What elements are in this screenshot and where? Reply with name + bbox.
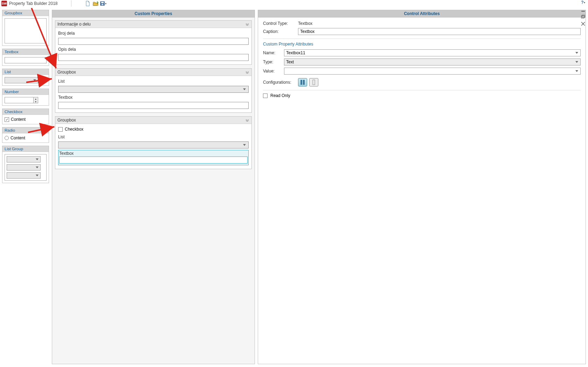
toolbox-number[interactable]: Number ▲▼ [2, 89, 49, 106]
toolbox-checkbox-header: Checkbox [2, 109, 49, 115]
field-label-list-g2: List [58, 78, 249, 84]
name-combo-value: Textbox11 [286, 50, 305, 55]
toolbox-listgroup[interactable]: List Group [2, 146, 49, 183]
collapse-icon[interactable] [245, 70, 249, 74]
groupbox-info-header: Informacije o delu [57, 22, 91, 27]
app-title: Property Tab Builder 2018 [9, 1, 58, 6]
toolbox-radio[interactable]: Radio Content [2, 127, 49, 143]
divider [263, 90, 581, 90]
number-preview: ▲▼ [5, 97, 38, 103]
value-label: Value: [263, 69, 281, 74]
svg-rect-7 [303, 80, 305, 85]
type-label: Type: [263, 60, 281, 64]
selected-textbox-control[interactable]: Textbox [58, 150, 249, 165]
textbox-preview [5, 57, 47, 63]
groupbox-3[interactable]: Groupbox Checkbox List Textbo [55, 116, 252, 169]
field-checkbox-g3[interactable]: Checkbox [58, 126, 249, 132]
checkbox-preview: ✓ Content [5, 117, 47, 122]
title-bar: SW Property Tab Builder 2018 ▾ ?▾ [0, 0, 588, 7]
svg-rect-4 [581, 16, 584, 18]
save-icon[interactable]: ▾ [100, 0, 106, 7]
config-this-button[interactable] [309, 78, 318, 86]
type-combo[interactable]: Text [284, 58, 581, 65]
toolbox-panel: Groupbox Textbox List Number ▲▼ Checkbox [2, 10, 49, 364]
toolbox-groupbox[interactable]: Groupbox [2, 10, 49, 46]
field-input-opisdela[interactable] [58, 54, 249, 61]
help-icon[interactable]: ?▾ [580, 0, 586, 5]
toolbox-radio-header: Radio [2, 127, 49, 133]
field-input-textbox-g2[interactable] [58, 102, 249, 109]
custom-property-attrs-title: Custom Property Attributes [263, 42, 581, 47]
toolbox-textbox-header: Textbox [2, 49, 49, 55]
divider [263, 39, 581, 39]
listgroup-preview [5, 154, 47, 181]
collapse-icon[interactable] [245, 118, 249, 122]
toolbox-list-header: List [2, 69, 49, 75]
config-all-button[interactable] [298, 78, 307, 86]
svg-rect-3 [581, 11, 585, 12]
selected-textbox-input[interactable] [59, 157, 248, 164]
toolbox-groupbox-header: Groupbox [2, 10, 49, 16]
name-combo[interactable]: Textbox11 [284, 49, 581, 56]
groupbox-2[interactable]: Groupbox List Textbox [55, 68, 252, 113]
control-attributes-title: Control Attributes [258, 10, 586, 18]
selected-textbox-label: Textbox [59, 150, 248, 157]
separator [71, 0, 71, 7]
minimize-icon[interactable] [580, 8, 586, 12]
caption-label: Caption: [263, 29, 295, 34]
open-file-icon[interactable] [92, 0, 99, 7]
value-combo[interactable] [284, 68, 581, 75]
svg-rect-8 [313, 80, 315, 85]
radio-preview: Content [5, 136, 47, 140]
control-type-label: Control Type: [263, 21, 295, 26]
svg-rect-6 [300, 80, 302, 85]
toolbox-list[interactable]: List [2, 69, 49, 86]
field-label-brojdela: Broj dela [58, 30, 249, 36]
field-label-opisdela: Opis dela [58, 46, 249, 53]
control-attributes-panel: Control Attributes Control Type: Textbox… [258, 10, 586, 364]
field-dropdown-list-g3[interactable] [58, 141, 249, 148]
toolbox-checkbox[interactable]: Checkbox ✓ Content [2, 109, 49, 124]
svg-rect-5 [582, 15, 585, 18]
groupbox-preview [5, 18, 47, 43]
configurations-label: Configurations: [263, 80, 295, 85]
toolbox-number-header: Number [2, 89, 49, 95]
readonly-label: Read Only [270, 93, 290, 98]
app-icon: SW [1, 1, 7, 6]
groupbox-info[interactable]: Informacije o delu Broj dela Opis dela [55, 20, 252, 65]
caption-input[interactable] [298, 28, 581, 35]
type-combo-value: Text [286, 60, 294, 64]
checkbox-preview-label: Content [11, 117, 26, 122]
groupbox-3-header: Groupbox [57, 118, 76, 123]
control-type-value: Textbox [298, 21, 312, 26]
name-label: Name: [263, 50, 281, 55]
svg-rect-1 [101, 2, 103, 3]
toolbox-listgroup-header: List Group [2, 146, 49, 152]
close-icon[interactable] [580, 22, 586, 26]
restore-icon[interactable] [580, 15, 586, 19]
toolbox-textbox[interactable]: Textbox [2, 49, 49, 66]
field-input-brojdela[interactable] [58, 38, 249, 45]
custom-properties-panel: Custom Properties Informacije o delu Bro… [52, 10, 255, 364]
svg-rect-2 [101, 4, 103, 5]
field-label-textbox-g2: Textbox [58, 94, 249, 101]
list-preview [5, 77, 38, 83]
field-checkbox-label-g3: Checkbox [65, 127, 83, 132]
readonly-checkbox[interactable]: Read Only [263, 93, 581, 98]
custom-properties-title: Custom Properties [52, 10, 255, 18]
groupbox-2-header: Groupbox [57, 70, 76, 75]
collapse-icon[interactable] [245, 22, 249, 26]
new-file-icon[interactable] [85, 0, 91, 7]
field-dropdown-list-g2[interactable] [58, 86, 249, 93]
radio-preview-label: Content [11, 136, 25, 140]
field-label-list-g3: List [58, 134, 249, 140]
